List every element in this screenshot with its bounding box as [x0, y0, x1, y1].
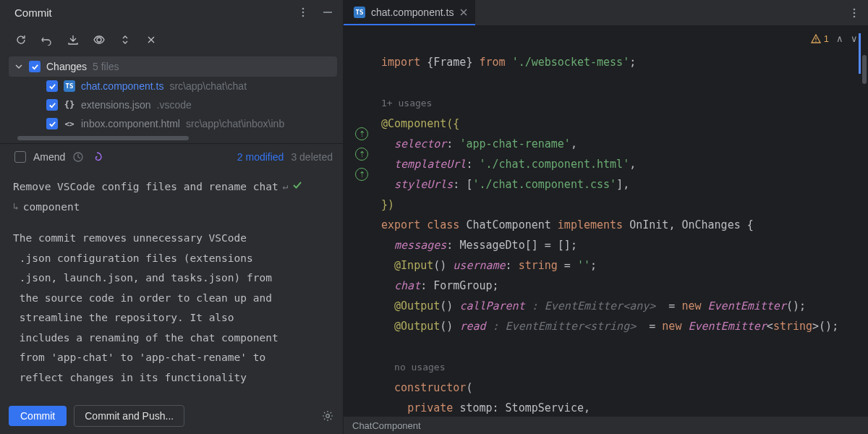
gutter-change-marker[interactable]: ⇡: [355, 127, 368, 140]
changes-node[interactable]: Changes 5 files: [9, 56, 337, 77]
commit-message-title: Remove VSCode config files and rename ch…: [13, 177, 278, 197]
preview-diff-icon[interactable]: [93, 33, 106, 46]
file-row[interactable]: {} extensions.json .vscode: [9, 95, 337, 114]
svg-point-0: [302, 8, 305, 10]
group-by-icon[interactable]: [145, 33, 158, 46]
changes-count: 5 files: [93, 61, 119, 72]
amend-checkbox[interactable]: [14, 151, 26, 163]
svg-point-4: [97, 38, 101, 42]
code-content[interactable]: import {Frame} from './websocket-mess'; …: [378, 26, 868, 417]
svg-text:{}: {}: [64, 100, 75, 110]
tag-icon: <>: [64, 118, 75, 129]
commit-message-input[interactable]: Remove VSCode config files and rename ch…: [0, 170, 343, 399]
editor-panel: TS chat.component.ts ⇡ ⇡ ⇡ 1 ∧ ∨ import …: [344, 0, 868, 434]
ts-icon: TS: [354, 7, 365, 18]
svg-text:<>: <>: [64, 119, 75, 129]
history-icon[interactable]: [72, 151, 84, 163]
commit-header: Commit: [0, 0, 343, 27]
file-name: inbox.component.html: [81, 118, 180, 129]
file-path: .vscode: [157, 99, 192, 111]
commit-action-bar: Commit Commit and Push...: [0, 399, 343, 434]
commit-title: Commit: [14, 7, 52, 19]
code-editor[interactable]: ⇡ ⇡ ⇡ 1 ∧ ∨ import {Frame} from './webso…: [344, 26, 868, 417]
commit-button[interactable]: Commit: [9, 406, 67, 426]
wrap-indicator-icon: ↵: [283, 178, 289, 196]
chevron-down-icon[interactable]: [14, 62, 23, 71]
file-row[interactable]: <> inbox.component.html src\app\chat\inb…: [9, 114, 337, 133]
svg-point-1: [302, 12, 305, 14]
amend-label: Amend: [33, 151, 65, 163]
modified-count: 2 modified: [237, 151, 284, 163]
svg-point-11: [854, 15, 856, 17]
commit-message-body: The commit removes unnecessary VSCode .j…: [13, 229, 330, 388]
expand-icon[interactable]: [119, 33, 132, 46]
close-icon[interactable]: [459, 8, 468, 17]
wrap-indicator-icon: ↳: [13, 198, 19, 216]
ai-icon[interactable]: [91, 151, 103, 163]
refresh-icon[interactable]: [14, 33, 27, 46]
commit-and-push-button[interactable]: Commit and Push...: [74, 405, 184, 427]
file-name: chat.component.ts: [81, 80, 163, 92]
breadcrumb-item[interactable]: ChatComponent: [352, 420, 421, 431]
more-icon[interactable]: [297, 6, 310, 19]
deleted-count: 3 deleted: [291, 151, 333, 163]
check-ok-icon: [292, 177, 302, 197]
file-path: src\app\chat\inbox\inb: [186, 118, 284, 129]
more-icon[interactable]: [848, 7, 861, 20]
svg-point-9: [854, 8, 856, 10]
tab-label: chat.component.ts: [371, 7, 454, 18]
minimize-icon[interactable]: [321, 6, 334, 19]
file-checkbox[interactable]: [46, 80, 58, 92]
commit-message-title-cont: component: [23, 197, 80, 218]
file-name: extensions.json: [81, 99, 151, 111]
changes-label: Changes: [46, 61, 87, 72]
file-row[interactable]: TS chat.component.ts src\app\chat\chat: [9, 77, 337, 95]
svg-point-10: [854, 12, 856, 14]
file-checkbox[interactable]: [46, 118, 58, 129]
amend-bar: Amend 2 modified 3 deleted: [0, 143, 343, 170]
editor-tab[interactable]: TS chat.component.ts: [344, 0, 475, 25]
gutter: ⇡ ⇡ ⇡: [344, 26, 378, 417]
file-path: src\app\chat\chat: [169, 80, 247, 92]
gutter-change-marker[interactable]: ⇡: [355, 168, 368, 181]
commit-panel: Commit Changes 5 files TS chat.component…: [0, 0, 344, 434]
horizontal-scrollbar[interactable]: [17, 136, 328, 140]
file-checkbox[interactable]: [46, 99, 58, 111]
shelve-icon[interactable]: [67, 33, 80, 46]
changes-checkbox[interactable]: [29, 61, 41, 72]
changes-section: Changes 5 files TS chat.component.ts src…: [0, 54, 343, 143]
tab-bar: TS chat.component.ts: [344, 0, 868, 26]
svg-point-2: [302, 15, 305, 17]
commit-toolbar: [0, 27, 343, 54]
braces-icon: {}: [64, 99, 75, 111]
ts-icon: TS: [64, 80, 75, 92]
svg-point-8: [326, 414, 330, 418]
gutter-change-marker[interactable]: ⇡: [355, 148, 368, 161]
gear-icon[interactable]: [321, 409, 334, 422]
rollback-icon[interactable]: [41, 33, 54, 46]
breadcrumb[interactable]: ChatComponent: [344, 417, 868, 434]
